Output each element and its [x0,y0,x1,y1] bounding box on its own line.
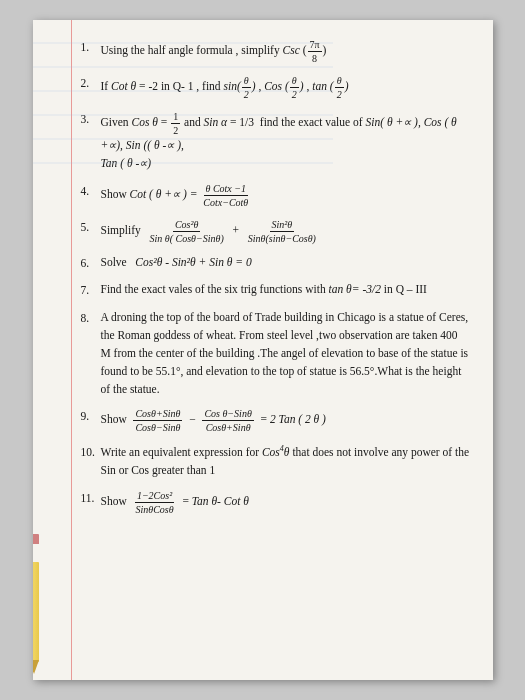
problem-content-10: Write an equivalent expression for Cos4θ… [101,443,471,479]
problem-num-1: 1. [81,38,101,57]
problem-content-11: Show 1−2Cos²SinθCosθ = Tan θ- Cot θ [101,489,471,516]
problem-content-7: Find the exact vales of the six trig fun… [101,281,471,299]
problem-content-3: Given Cos θ = 12 and Sin α = 1/3 find th… [101,110,471,173]
pencil [33,542,53,662]
problem-num-9: 9. [81,407,101,426]
problem-7: 7. Find the exact vales of the six trig … [81,281,471,300]
paper: 1. Using the half angle formula , simpli… [33,20,493,680]
problem-content-1: Using the half angle formula , simplify … [101,38,471,65]
pencil-body [33,562,39,662]
problem-num-11: 11. [81,489,101,508]
problem-content-5: Simplify Cos²θSin θ( Cosθ−Sinθ) + Sin²θS… [101,218,471,245]
problem-num-2: 2. [81,74,101,93]
problem-5: 5. Simplify Cos²θSin θ( Cosθ−Sinθ) + Sin… [81,218,471,245]
pencil-tip [33,660,39,674]
pencil-eraser [33,534,39,544]
problem-3: 3. Given Cos θ = 12 and Sin α = 1/3 find… [81,110,471,173]
problem-8: 8. A droning the top of the board of Tra… [81,309,471,398]
problem-num-4: 4. [81,182,101,201]
problem-num-10: 10. [81,443,101,462]
problem-9: 9. Show Cosθ+SinθCosθ−Sinθ − Cos θ−SinθC… [81,407,471,434]
problem-num-8: 8. [81,309,101,328]
problem-content-2: If Cot θ = -2 in Q- 1 , find sin(θ2) , C… [101,74,471,101]
problem-num-3: 3. [81,110,101,129]
problem-11: 11. Show 1−2Cos²SinθCosθ = Tan θ- Cot θ [81,489,471,516]
problem-num-6: 6. [81,254,101,273]
problem-content-8: A droning the top of the board of Trade … [101,309,471,398]
problem-num-7: 7. [81,281,101,300]
problem-4: 4. Show Cot ( θ +∝ ) = θ Cotx −1Cotx−Cot… [81,182,471,209]
problem-content-6: Solve Cos²θ - Sin²θ + Sin θ = 0 [101,254,471,272]
problem-2: 2. If Cot θ = -2 in Q- 1 , find sin(θ2) … [81,74,471,101]
problem-content-9: Show Cosθ+SinθCosθ−Sinθ − Cos θ−SinθCosθ… [101,407,471,434]
problem-content-4: Show Cot ( θ +∝ ) = θ Cotx −1Cotx−Cotθ [101,182,471,209]
problem-1: 1. Using the half angle formula , simpli… [81,38,471,65]
problem-list: 1. Using the half angle formula , simpli… [81,38,471,516]
problem-10: 10. Write an equivalent expression for C… [81,443,471,479]
problem-num-5: 5. [81,218,101,237]
problem-6: 6. Solve Cos²θ - Sin²θ + Sin θ = 0 [81,254,471,273]
